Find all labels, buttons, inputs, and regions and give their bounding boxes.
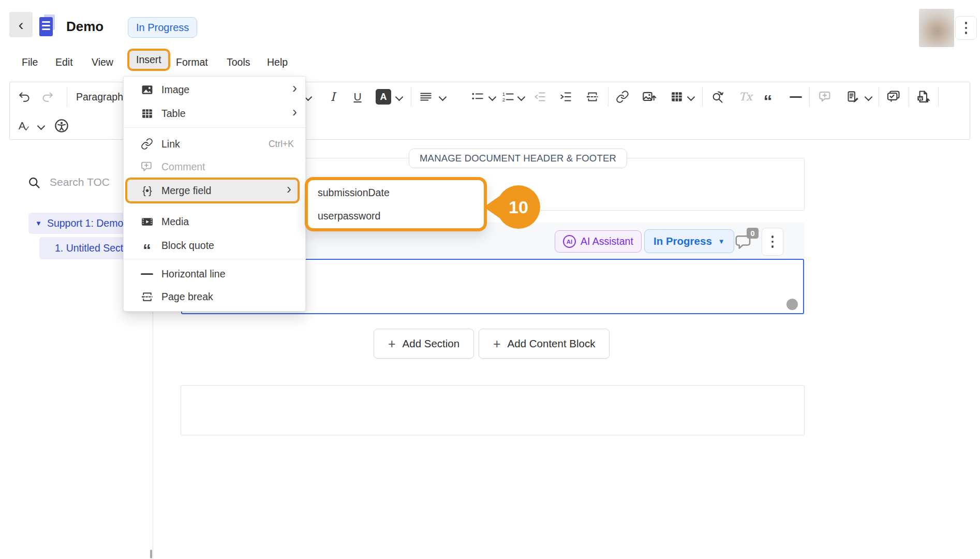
italic-button[interactable]: I <box>323 87 342 106</box>
accessibility-button[interactable] <box>52 116 71 135</box>
add-comment-icon <box>819 90 833 104</box>
bulleted-list-button[interactable] <box>468 87 487 106</box>
insert-menu-media[interactable]: Media <box>124 210 305 233</box>
insert-menu-link[interactable]: Link Ctrl+K <box>124 132 305 156</box>
document-status-badge: In Progress <box>128 17 197 38</box>
bulleted-list-chevron-icon[interactable] <box>488 93 497 101</box>
track-changes-button[interactable] <box>843 87 862 106</box>
section-status-dropdown[interactable]: In Progress ▼ <box>644 229 734 253</box>
remove-format-icon: Tx <box>739 91 752 103</box>
comment-count-badge: 0 <box>747 228 759 239</box>
undo-icon <box>18 90 32 104</box>
word-import-button[interactable]: W <box>914 87 932 106</box>
back-button[interactable]: ‹ <box>9 12 33 37</box>
font-style-check-button[interactable]: A ✓ <box>15 116 34 135</box>
svg-text:1: 1 <box>502 91 505 97</box>
insert-menu-horizontal-line[interactable]: Horizontal line <box>124 262 305 286</box>
menu-insert[interactable]: Insert <box>127 49 170 71</box>
indent-button[interactable] <box>556 87 575 106</box>
page-break-icon <box>140 290 154 303</box>
link-shortcut: Ctrl+K <box>269 139 294 150</box>
font-color-icon: A <box>380 92 387 102</box>
word-import-icon: W <box>916 90 930 104</box>
undo-button[interactable] <box>16 87 34 106</box>
numbered-list-icon: 12 <box>501 90 515 104</box>
submenu-item-submission-date[interactable]: submissionDate <box>308 181 484 204</box>
manage-header-footer-button[interactable]: MANAGE DOCUMENT HEADER & FOOTER <box>409 149 627 168</box>
submenu-item-userpassword[interactable]: userpassword <box>308 204 484 228</box>
comment-plus-icon <box>140 160 154 173</box>
comments-archive-button[interactable] <box>884 87 903 106</box>
menu-edit[interactable]: Edit <box>55 56 73 68</box>
step-annotation-balloon: 10 <box>497 185 540 229</box>
sidebar-scrollbar[interactable] <box>150 550 152 558</box>
submenu-arrow-icon: › <box>287 181 291 197</box>
find-replace-icon <box>710 90 724 104</box>
document-icon-front-page <box>39 17 53 36</box>
dropdown-triangle-icon: ▼ <box>718 238 725 245</box>
find-replace-button[interactable] <box>708 87 726 106</box>
align-button[interactable] <box>417 87 435 106</box>
outdent-button <box>530 87 549 106</box>
link-icon <box>140 137 154 151</box>
menu-format[interactable]: Format <box>176 56 208 68</box>
table-icon <box>140 107 154 120</box>
add-content-block-button[interactable]: + Add Content Block <box>479 329 610 359</box>
font-color-chevron-icon[interactable] <box>395 93 404 101</box>
image-upload-icon <box>642 90 657 104</box>
page-title: Demo <box>66 19 103 35</box>
insert-menu-merge-field[interactable]: {•} Merge field › <box>125 178 300 203</box>
redo-icon <box>40 90 54 104</box>
menu-file[interactable]: File <box>22 56 38 68</box>
insert-menu-block-quote[interactable]: “ Block quote <box>124 233 305 257</box>
redo-button <box>38 87 56 106</box>
merge-field-submenu: submissionDate userpassword <box>305 177 487 231</box>
numbered-list-button[interactable]: 12 <box>499 87 517 106</box>
remove-format-button: Tx <box>736 87 755 106</box>
media-icon <box>140 215 154 228</box>
back-chevron-icon: ‹ <box>19 16 24 34</box>
insert-menu-image[interactable]: Image › <box>124 78 305 101</box>
menu-tools[interactable]: Tools <box>227 56 250 68</box>
section-more-options-button[interactable] <box>762 228 783 256</box>
accessibility-icon <box>54 118 69 134</box>
svg-text:2: 2 <box>502 97 505 102</box>
page-break-icon <box>586 90 599 104</box>
search-icon <box>27 176 41 190</box>
track-changes-chevron-icon[interactable] <box>865 93 873 101</box>
ai-icon: AI <box>563 235 576 248</box>
toc-collapse-triangle-icon[interactable]: ▼ <box>35 219 42 227</box>
insert-menu-table[interactable]: Table › <box>124 101 305 125</box>
plus-icon: + <box>493 336 501 351</box>
page-break-button[interactable] <box>583 87 602 106</box>
add-section-button[interactable]: + Add Section <box>374 329 474 359</box>
drag-handle-dot[interactable] <box>786 299 798 310</box>
indent-icon <box>559 90 572 104</box>
svg-text:W: W <box>918 96 923 101</box>
underline-button[interactable]: U <box>348 87 367 106</box>
insert-image-button[interactable] <box>640 87 659 106</box>
search-input[interactable] <box>49 175 128 189</box>
ai-assistant-button[interactable]: AI AI Assistant <box>555 230 642 253</box>
outdent-icon <box>533 90 546 104</box>
font-color-button[interactable]: A <box>376 89 391 105</box>
insert-menu-comment: Comment <box>124 155 305 179</box>
avatar[interactable] <box>919 9 954 47</box>
insert-table-chevron-icon[interactable] <box>687 93 695 101</box>
align-chevron-icon[interactable] <box>439 93 447 101</box>
insert-menu-page-break[interactable]: Page break <box>124 285 305 308</box>
font-style-chevron-icon[interactable] <box>37 122 46 130</box>
header-more-options-button[interactable] <box>955 16 977 40</box>
block-quote-button[interactable]: “ <box>759 87 777 106</box>
numbered-list-chevron-icon[interactable] <box>517 93 526 101</box>
menu-view[interactable]: View <box>92 56 113 68</box>
horizontal-line-icon <box>790 96 802 98</box>
paragraph-style-dropdown[interactable]: Paragraph <box>76 91 123 103</box>
menu-help[interactable]: Help <box>267 56 288 68</box>
insert-table-button[interactable] <box>667 87 686 106</box>
plus-icon: + <box>388 336 396 351</box>
link-button[interactable] <box>613 87 632 106</box>
horizontal-line-button[interactable] <box>786 87 805 106</box>
document-footer-panel <box>181 385 805 435</box>
align-justify-icon <box>419 90 433 104</box>
